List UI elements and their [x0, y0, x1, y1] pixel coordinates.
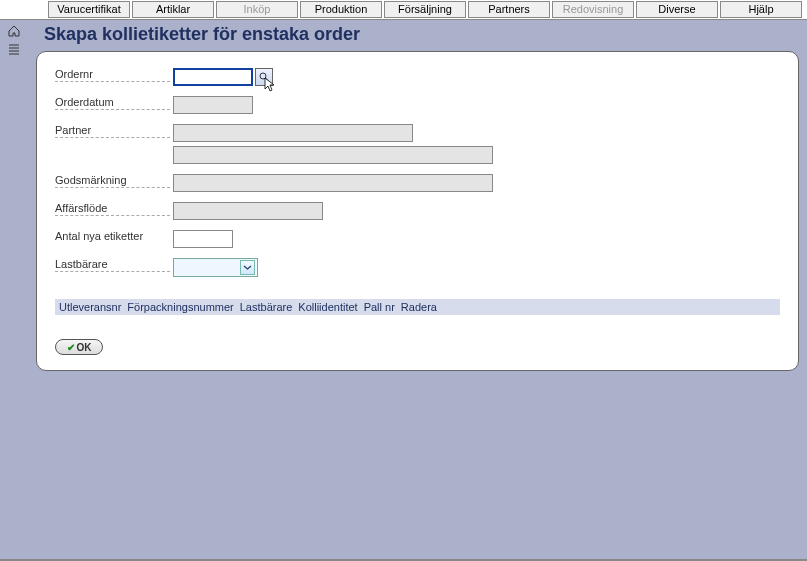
lastbarare-label: Lastbärare — [55, 258, 170, 272]
tab-diverse[interactable]: Diverse — [636, 1, 718, 18]
ordernr-lookup-button[interactable] — [255, 68, 273, 86]
th-pallnr: Pall nr — [364, 301, 395, 313]
check-icon: ✔ — [67, 342, 75, 353]
svg-line-5 — [265, 78, 268, 81]
lastbarare-dropdown[interactable] — [173, 258, 258, 277]
godsmarkning-field — [173, 174, 493, 192]
partner-field-1 — [173, 124, 413, 142]
tab-varucertifikat[interactable]: Varucertifikat — [48, 1, 130, 18]
sidebar — [0, 20, 28, 561]
top-tab-bar: Varucertifikat Artiklar Inköp Produktion… — [0, 0, 807, 20]
tab-inkop: Inköp — [216, 1, 298, 18]
orderdatum-label: Orderdatum — [55, 96, 170, 110]
table-header-row: Utleveransnr Förpackningsnummer Lastbära… — [55, 299, 780, 315]
th-kolliidentitet: Kolliidentitet — [298, 301, 357, 313]
home-icon[interactable] — [7, 24, 21, 38]
th-lastbarare: Lastbärare — [240, 301, 293, 313]
form-panel: Ordernr Orderdatum Partner — [36, 51, 799, 371]
antal-input[interactable] — [173, 230, 233, 248]
tab-artiklar[interactable]: Artiklar — [132, 1, 214, 18]
th-forpackningsnummer: Förpackningsnummer — [127, 301, 233, 313]
chevron-down-icon — [240, 260, 255, 275]
antal-label: Antal nya etiketter — [55, 230, 170, 243]
partner-label: Partner — [55, 124, 170, 138]
ok-button[interactable]: ✔ OK — [55, 339, 103, 355]
godsmarkning-label: Godsmärkning — [55, 174, 170, 188]
tab-forsaljning[interactable]: Försäljning — [384, 1, 466, 18]
page-title: Skapa kollietiketter för enstaka order — [36, 20, 799, 51]
ordernr-input[interactable] — [173, 68, 253, 86]
affarsflode-field — [173, 202, 323, 220]
ok-label: OK — [77, 342, 92, 353]
tab-partners[interactable]: Partners — [468, 1, 550, 18]
partner-field-2 — [173, 146, 493, 164]
th-utleveransnr: Utleveransnr — [59, 301, 121, 313]
orderdatum-field — [173, 96, 253, 114]
ordernr-label: Ordernr — [55, 68, 170, 82]
tab-redovisning: Redovisning — [552, 1, 634, 18]
tab-hjalp[interactable]: Hjälp — [720, 1, 802, 18]
affarsflode-label: Affärsflöde — [55, 202, 170, 216]
list-icon[interactable] — [8, 44, 20, 56]
th-radera: Radera — [401, 301, 437, 313]
tab-produktion[interactable]: Produktion — [300, 1, 382, 18]
